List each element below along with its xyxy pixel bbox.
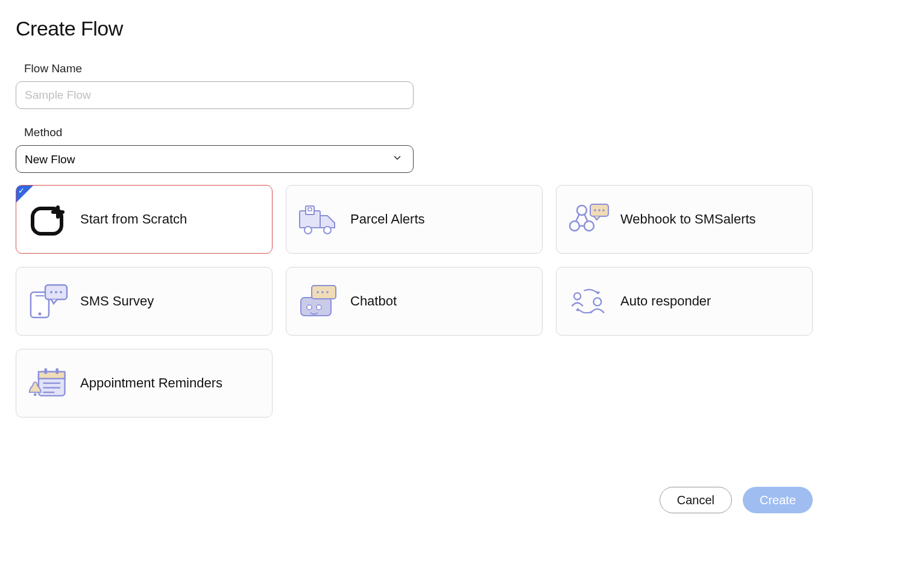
svg-rect-33: [44, 368, 47, 374]
svg-point-8: [577, 205, 587, 215]
svg-point-12: [594, 209, 596, 211]
template-grid: ✓ Start from Scratch: [16, 185, 898, 418]
svg-rect-34: [55, 368, 58, 374]
check-icon: ✓: [18, 186, 25, 195]
webhook-icon: [567, 201, 611, 238]
action-buttons: Cancel Create: [660, 487, 813, 513]
sms-survey-icon: [27, 283, 71, 320]
svg-point-38: [34, 393, 37, 396]
method-group: Method New Flow: [16, 126, 898, 173]
create-flow-page: Create Flow Flow Name Method New Flow ✓: [0, 0, 914, 588]
parcel-alerts-icon: [297, 201, 341, 238]
svg-point-30: [593, 298, 601, 305]
svg-point-29: [574, 293, 581, 299]
svg-point-20: [55, 291, 57, 293]
svg-rect-4: [306, 206, 314, 214]
svg-point-19: [50, 291, 52, 293]
method-select-wrap: New Flow: [16, 145, 414, 173]
chatbot-icon: [297, 283, 341, 320]
template-label: SMS Survey: [80, 293, 154, 309]
svg-point-13: [598, 209, 600, 211]
flow-name-group: Flow Name: [16, 62, 898, 109]
template-card-parcel-alerts[interactable]: Parcel Alerts: [286, 185, 543, 254]
auto-responder-icon: [567, 283, 611, 320]
svg-rect-22: [301, 298, 331, 316]
start-from-scratch-icon: [27, 201, 71, 238]
template-label: Auto responder: [620, 293, 711, 309]
template-label: Start from Scratch: [80, 211, 187, 227]
template-card-chatbot[interactable]: Chatbot: [286, 267, 543, 336]
template-card-start-from-scratch[interactable]: ✓ Start from Scratch: [16, 185, 273, 254]
template-card-sms-survey[interactable]: SMS Survey: [16, 267, 273, 336]
template-label: Appointment Reminders: [80, 375, 222, 391]
svg-point-28: [326, 291, 329, 293]
svg-point-6: [304, 227, 312, 234]
template-label: Parcel Alerts: [350, 211, 425, 227]
cancel-button[interactable]: Cancel: [660, 487, 732, 513]
template-card-appointment-reminders[interactable]: Appointment Reminders: [16, 349, 273, 418]
svg-point-24: [317, 305, 321, 310]
flow-name-label: Flow Name: [24, 62, 898, 75]
create-button[interactable]: Create: [743, 487, 813, 513]
svg-point-21: [60, 291, 62, 293]
template-label: Webhook to SMSalerts: [620, 211, 756, 227]
page-title: Create Flow: [16, 17, 898, 40]
template-card-auto-responder[interactable]: Auto responder: [556, 267, 813, 336]
appointment-reminders-icon: [27, 364, 71, 402]
flow-name-input[interactable]: [16, 81, 414, 109]
template-label: Chatbot: [350, 293, 397, 309]
svg-point-26: [317, 291, 319, 293]
template-card-webhook-to-smsalerts[interactable]: Webhook to SMSalerts: [556, 185, 813, 254]
svg-point-23: [307, 305, 312, 310]
svg-point-27: [321, 291, 324, 293]
svg-point-10: [584, 221, 594, 231]
svg-point-16: [39, 313, 42, 316]
method-label: Method: [24, 126, 898, 139]
svg-point-7: [324, 227, 331, 234]
svg-rect-32: [39, 372, 65, 378]
svg-rect-25: [312, 286, 336, 299]
svg-point-9: [570, 221, 579, 231]
svg-point-14: [602, 209, 605, 211]
method-select[interactable]: New Flow: [16, 145, 414, 173]
